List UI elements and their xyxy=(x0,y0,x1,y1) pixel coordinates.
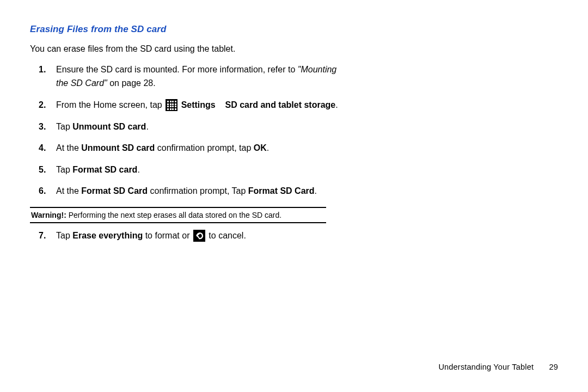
warning-block: Warning!: Performing the next step erase… xyxy=(30,207,326,223)
ui-label-format: Format SD Card xyxy=(81,186,148,195)
footer-page-number: 29 xyxy=(549,363,558,371)
section-heading: Erasing Files from the SD card xyxy=(30,24,558,35)
ui-label-unmount: Unmount SD card xyxy=(81,143,155,152)
warning-label: Warning!: xyxy=(31,211,66,219)
steps-list: Ensure the SD card is mounted. For more … xyxy=(30,63,349,198)
ui-label-format: Format SD card xyxy=(72,165,137,174)
step-text: At the xyxy=(56,186,81,195)
page-footer: Understanding Your Tablet 29 xyxy=(438,363,558,371)
step-3: Tap Unmount SD card. xyxy=(55,120,349,134)
step-7: Tap Erase everything to format or to can… xyxy=(55,229,349,243)
step-text: to format or xyxy=(143,231,192,240)
step-text: . xyxy=(335,100,338,109)
ui-label-erase-everything: Erase everything xyxy=(72,231,143,240)
step-text: Tap xyxy=(56,231,72,240)
step-text: . xyxy=(315,186,317,195)
footer-section: Understanding Your Tablet xyxy=(438,363,534,371)
manual-page: Erasing Files from the SD card You can e… xyxy=(0,0,588,392)
step-text: Ensure the SD card is mounted. For more … xyxy=(56,65,298,74)
intro-text: You can erase files from the SD card usi… xyxy=(30,42,558,56)
apps-grid-icon xyxy=(166,99,177,111)
step-text: confirmation prompt, Tap xyxy=(148,186,248,195)
ui-label-format: Format SD Card xyxy=(248,186,315,195)
step-text: Tap xyxy=(56,122,72,131)
ui-label-unmount: Unmount SD card xyxy=(72,122,146,131)
step-text: . xyxy=(146,122,148,131)
step-text: to cancel. xyxy=(209,231,246,240)
ui-label-sdcard-storage: SD card and tablet storage xyxy=(225,100,336,109)
step-text: Tap xyxy=(56,165,72,174)
step-1: Ensure the SD card is mounted. For more … xyxy=(55,63,349,90)
step-5: Tap Format SD card. xyxy=(55,163,349,177)
step-text: . xyxy=(267,143,269,152)
step-6: At the Format SD Card confirmation promp… xyxy=(55,184,349,198)
back-icon xyxy=(193,230,205,242)
step-text: on page 28. xyxy=(107,78,156,88)
step-text: At the xyxy=(56,143,81,152)
warning-text: Performing the next step erases all data… xyxy=(66,211,281,219)
step-text: . xyxy=(137,165,139,174)
ui-label-ok: OK xyxy=(254,143,267,152)
step-text: From the Home screen, tap xyxy=(56,100,164,109)
steps-list-cont: Tap Erase everything to format or to can… xyxy=(30,229,349,243)
step-2: From the Home screen, tap Settings SD ca… xyxy=(55,98,349,112)
step-text: confirmation prompt, tap xyxy=(155,143,253,152)
ui-label-settings: Settings xyxy=(181,100,216,109)
step-4: At the Unmount SD card confirmation prom… xyxy=(55,141,349,155)
